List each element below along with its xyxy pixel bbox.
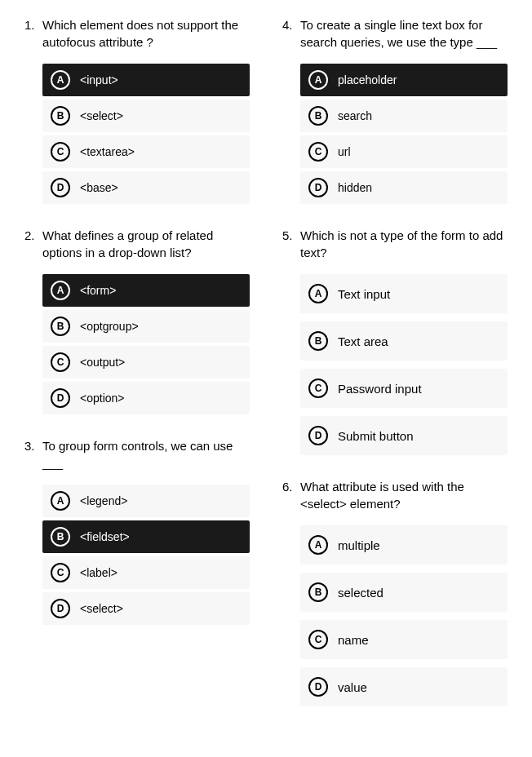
option-text: <form>: [80, 284, 116, 297]
option-letter-badge: C: [308, 378, 328, 398]
option-letter-badge: A: [51, 70, 70, 90]
option[interactable]: BText area: [300, 321, 508, 361]
option[interactable]: Curl: [300, 135, 508, 168]
option-letter-badge: B: [308, 331, 328, 351]
option-letter-badge: A: [51, 491, 70, 511]
option[interactable]: Dhidden: [300, 171, 508, 204]
question-number: 3.: [24, 437, 42, 471]
option[interactable]: B<optgroup>: [42, 310, 250, 343]
option[interactable]: A<form>: [42, 274, 250, 307]
question: 5.Which is not a type of the form to add…: [282, 227, 508, 455]
option-text: search: [338, 109, 372, 122]
options-list: AmultipleBselectedCnameDvalue: [300, 525, 508, 706]
option-text: <input>: [80, 73, 118, 86]
question-text: To group form controls, we can use ___: [42, 437, 250, 471]
option-letter-badge: A: [308, 535, 328, 555]
option-text: Password input: [338, 382, 422, 396]
option-text: name: [338, 633, 369, 647]
question-number: 1.: [24, 16, 42, 51]
option-letter-badge: B: [51, 317, 70, 336]
option-letter-badge: C: [308, 630, 328, 649]
option-letter-badge: D: [308, 178, 328, 197]
options-list: AText inputBText areaCPassword inputDSub…: [300, 274, 508, 455]
option[interactable]: DSubmit button: [300, 416, 508, 455]
option-text: placeholder: [338, 73, 397, 86]
options-list: A<legend>B<fieldset>C<label>D<select>: [42, 485, 250, 625]
question-text: What defines a group of related options …: [42, 227, 250, 261]
option-text: multiple: [338, 538, 380, 552]
option[interactable]: Aplaceholder: [300, 64, 508, 96]
option[interactable]: Amultiple: [300, 525, 508, 564]
option-text: selected: [338, 586, 383, 600]
question-head: 5.Which is not a type of the form to add…: [282, 227, 508, 261]
question-head: 6.What attribute is used with the <selec…: [282, 478, 508, 512]
option[interactable]: A<input>: [42, 64, 250, 96]
option-letter-badge: A: [308, 284, 328, 303]
option-letter-badge: D: [51, 599, 70, 618]
option[interactable]: A<legend>: [42, 485, 250, 517]
question-number: 4.: [282, 16, 300, 51]
option-letter-badge: C: [51, 563, 70, 582]
quiz-columns: 1.Which element does not support the aut…: [24, 16, 508, 729]
option-text: <option>: [80, 392, 125, 405]
option[interactable]: Bsearch: [300, 100, 508, 132]
option-text: <legend>: [80, 494, 127, 507]
question-head: 3.To group form controls, we can use ___: [24, 437, 250, 471]
question-head: 1.Which element does not support the aut…: [24, 16, 250, 51]
options-list: AplaceholderBsearchCurlDhidden: [300, 64, 508, 204]
option-letter-badge: B: [308, 582, 328, 602]
option-letter-badge: D: [51, 388, 70, 408]
question-head: 2.What defines a group of related option…: [24, 227, 250, 261]
option-text: <label>: [80, 566, 117, 579]
column-left: 1.Which element does not support the aut…: [24, 16, 250, 729]
option-text: <select>: [80, 109, 123, 122]
option[interactable]: D<option>: [42, 382, 250, 414]
option[interactable]: B<fieldset>: [42, 520, 250, 553]
question-text: Which element does not support the autof…: [42, 16, 250, 51]
question-number: 2.: [24, 227, 42, 261]
options-list: A<form>B<optgroup>C<output>D<option>: [42, 274, 250, 414]
option-text: hidden: [338, 181, 372, 194]
question-text: To create a single line text box for sea…: [300, 16, 508, 51]
option-letter-badge: A: [51, 281, 70, 300]
question: 6.What attribute is used with the <selec…: [282, 478, 508, 706]
question-number: 5.: [282, 227, 300, 261]
question-text: Which is not a type of the form to add t…: [300, 227, 508, 261]
question: 3.To group form controls, we can use ___…: [24, 437, 250, 625]
question: 4.To create a single line text box for s…: [282, 16, 508, 204]
option[interactable]: AText input: [300, 274, 508, 313]
question-text: What attribute is used with the <select>…: [300, 478, 508, 512]
option[interactable]: D<select>: [42, 592, 250, 625]
option-letter-badge: D: [51, 178, 70, 197]
option-letter-badge: B: [51, 106, 70, 126]
option-text: value: [338, 680, 367, 694]
question-head: 4.To create a single line text box for s…: [282, 16, 508, 51]
option-letter-badge: C: [308, 142, 328, 162]
option-text: <output>: [80, 356, 125, 369]
option-text: url: [338, 145, 351, 158]
option-text: <select>: [80, 602, 123, 615]
option[interactable]: C<output>: [42, 346, 250, 378]
option[interactable]: Cname: [300, 620, 508, 659]
option-letter-badge: A: [308, 70, 328, 90]
option-letter-badge: B: [308, 106, 328, 126]
option[interactable]: B<select>: [42, 100, 250, 132]
option-letter-badge: D: [308, 677, 328, 697]
option[interactable]: CPassword input: [300, 369, 508, 408]
option[interactable]: C<label>: [42, 556, 250, 589]
option-text: Submit button: [338, 429, 414, 443]
option-text: <fieldset>: [80, 530, 130, 543]
option[interactable]: D<base>: [42, 171, 250, 204]
option[interactable]: Bselected: [300, 573, 508, 612]
option[interactable]: Dvalue: [300, 667, 508, 706]
option[interactable]: C<textarea>: [42, 135, 250, 168]
question: 2.What defines a group of related option…: [24, 227, 250, 414]
option-letter-badge: D: [308, 426, 328, 445]
column-right: 4.To create a single line text box for s…: [282, 16, 508, 729]
option-letter-badge: B: [51, 527, 70, 547]
question: 1.Which element does not support the aut…: [24, 16, 250, 204]
option-letter-badge: C: [51, 142, 70, 162]
option-text: <textarea>: [80, 145, 135, 158]
option-text: <base>: [80, 181, 118, 194]
option-letter-badge: C: [51, 352, 70, 372]
